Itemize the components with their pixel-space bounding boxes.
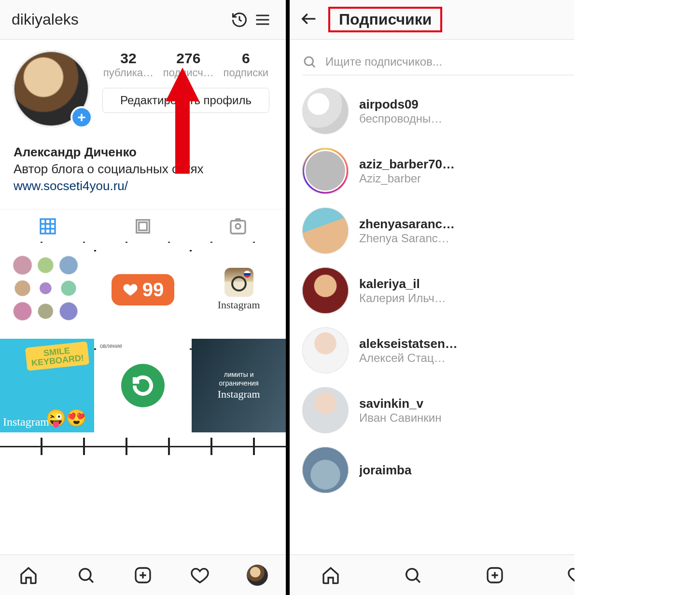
stat-posts-value: 32	[103, 50, 154, 67]
follower-username: zhenyasaranc…	[359, 217, 568, 232]
bio-description: Автор блога о социальных сетях	[14, 162, 272, 177]
like-badge: 99	[112, 274, 175, 305]
svg-point-11	[236, 224, 240, 229]
follower-subtitle: Aziz_barber	[359, 172, 568, 185]
follower-username: joraimba	[359, 463, 568, 478]
follower-avatar[interactable]	[302, 88, 349, 134]
nav-home[interactable]	[290, 555, 372, 595]
feed-tile[interactable]: 99	[96, 243, 190, 337]
nav-avatar	[247, 565, 268, 586]
heart-icon	[122, 281, 139, 298]
search-icon	[302, 55, 317, 69]
stat-posts[interactable]: 32 публика…	[103, 50, 154, 79]
search-placeholder: Ищите подписчиков...	[325, 55, 442, 69]
follower-avatar[interactable]	[302, 327, 349, 374]
like-count: 99	[142, 279, 164, 301]
nav-search[interactable]	[57, 555, 114, 595]
follower-text: airpods09беспроводны…	[359, 97, 568, 125]
profile-avatar[interactable]: +	[13, 50, 94, 131]
followers-screen: Подписчики Ищите подписчиков... airpods0…	[290, 0, 700, 595]
nav-profile[interactable]	[229, 555, 286, 595]
follower-username: savinkin_v	[359, 396, 568, 411]
follower-avatar[interactable]	[302, 387, 349, 433]
camera-icon	[224, 268, 253, 297]
feed-tile[interactable]	[0, 434, 94, 528]
follower-username: airpods09	[359, 97, 568, 112]
add-story-badge[interactable]: +	[70, 106, 93, 128]
bio-link[interactable]: www.socseti4you.ru/	[14, 179, 272, 194]
nav-search[interactable]	[372, 555, 454, 595]
followers-title: Подписчики	[339, 11, 432, 28]
follower-subtitle: Калерия Ильч…	[359, 291, 568, 305]
smile-badge: SMILE KEYBOARD!	[25, 341, 89, 371]
smile-label: Instagram	[3, 415, 49, 429]
history-icon	[231, 11, 248, 28]
tab-tagged[interactable]	[191, 209, 286, 243]
svg-rect-9	[139, 222, 147, 230]
nav-add[interactable]	[114, 555, 171, 595]
grid-icon	[38, 217, 57, 236]
follower-subtitle: Zhenya Saranc…	[359, 232, 568, 245]
feed-tile[interactable]: SMILE KEYBOARD! Instagram 😜😍	[0, 339, 94, 433]
nav-add[interactable]	[454, 555, 536, 595]
stat-following-label: подписки	[224, 67, 269, 79]
heart-outline-icon	[190, 566, 210, 585]
nav-activity[interactable]	[171, 555, 228, 595]
tab-grid[interactable]	[0, 209, 95, 243]
username-dropdown[interactable]: dikiyaleks	[12, 11, 83, 28]
svg-rect-3	[41, 219, 55, 234]
stat-followers[interactable]: 276 подписч…	[163, 50, 214, 79]
follower-subtitle: Иван Савинкин	[359, 411, 568, 425]
follower-avatar[interactable]	[302, 447, 349, 493]
svg-line-20	[312, 64, 315, 67]
limits-text: лимиты и ограничения Instagram	[218, 370, 260, 401]
follower-text: aziz_barber70…Aziz_barber	[359, 157, 568, 185]
menu-button[interactable]	[251, 8, 274, 31]
stat-following[interactable]: 6 подписки	[224, 50, 269, 79]
profile-tabs	[0, 209, 286, 243]
search-icon	[76, 566, 96, 585]
home-icon	[19, 566, 38, 585]
svg-line-22	[416, 578, 420, 582]
follower-subtitle: беспроводны…	[359, 112, 568, 125]
follower-avatar[interactable]	[302, 267, 349, 314]
follower-text: joraimba	[359, 463, 568, 478]
home-icon	[321, 566, 340, 585]
archive-button[interactable]	[228, 8, 251, 31]
follower-subtitle: Алексей Стац…	[359, 351, 568, 365]
back-button[interactable]	[299, 9, 319, 30]
feed-tile[interactable]	[96, 434, 190, 528]
edit-profile-button[interactable]: Редактировать профиль	[102, 88, 269, 113]
follower-text: alekseistatsen…Алексей Стац…	[359, 336, 568, 365]
restore-icon	[121, 364, 165, 407]
stat-followers-label: подписч…	[163, 67, 214, 79]
svg-point-21	[406, 568, 418, 580]
edit-profile-label: Редактировать профиль	[120, 94, 252, 107]
green-caption: овление	[100, 343, 122, 349]
arrow-left-icon	[299, 9, 319, 28]
svg-line-14	[89, 578, 93, 582]
feed-tile[interactable]	[0, 243, 94, 337]
add-post-icon	[485, 566, 504, 585]
follower-username: aziz_barber70…	[359, 157, 568, 172]
follower-text: zhenyasaranc…Zhenya Saranc…	[359, 217, 568, 245]
feed-icon	[133, 217, 153, 236]
stat-followers-value: 276	[163, 50, 214, 67]
feed-tile[interactable]: овление	[96, 339, 190, 433]
feed-tile[interactable]: лимиты и ограничения Instagram	[192, 339, 286, 433]
search-icon	[403, 566, 422, 585]
nav-home[interactable]	[0, 555, 57, 595]
follower-avatar[interactable]	[302, 208, 349, 254]
follower-avatar[interactable]	[302, 148, 349, 194]
follower-text: kaleriya_ilКалерия Ильч…	[359, 277, 568, 305]
tab-feed[interactable]	[95, 209, 190, 243]
svg-point-19	[305, 57, 313, 66]
feed-tile[interactable]	[192, 434, 286, 528]
stat-posts-label: публика…	[103, 67, 154, 79]
feed-tile[interactable]: Instagram	[192, 243, 286, 337]
annotation-highlight: Подписчики	[328, 7, 442, 32]
feed-grid: 99 Instagram SMILE KEYBOARD! Instagram 😜…	[0, 243, 286, 528]
stat-following-value: 6	[224, 50, 269, 67]
profile-screen: dikiyaleks + 32 пу	[0, 0, 290, 595]
ig-logo-text: Instagram	[218, 299, 260, 311]
